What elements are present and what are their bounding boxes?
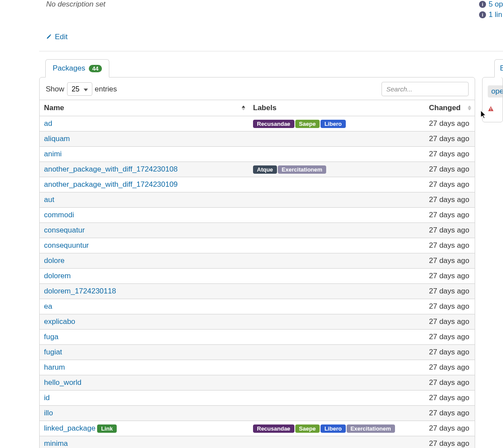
changed-value: 27 days ago — [425, 345, 475, 360]
package-link[interactable]: animi — [44, 150, 62, 158]
info-icon: i — [479, 1, 486, 8]
package-link[interactable]: dolorem_1724230118 — [44, 287, 116, 295]
sort-icon — [468, 106, 471, 111]
table-row: fugiat27 days ago — [40, 345, 475, 360]
package-link[interactable]: ad — [44, 119, 52, 128]
label-badge[interactable]: Recusandae — [253, 424, 294, 433]
entries-label: entries — [95, 85, 117, 94]
table-row: aut27 days ago — [40, 192, 475, 208]
package-link[interactable]: fuga — [44, 333, 58, 341]
package-link[interactable]: linked_package — [44, 424, 95, 432]
changed-value: 27 days ago — [425, 360, 475, 375]
entries-select[interactable]: 25 — [67, 82, 92, 96]
table-row: consequatur27 days ago — [40, 223, 475, 238]
table-row: explicabo27 days ago — [40, 314, 475, 330]
side-info-open[interactable]: i 5 op — [479, 0, 503, 9]
table-row: dolorem_172423011827 days ago — [40, 284, 475, 299]
table-row: another_package_with_diff_1724230108Atqu… — [40, 162, 475, 177]
table-row: adRecusandaeSaepeLibero27 days ago — [40, 116, 475, 131]
table-row: harum27 days ago — [40, 360, 475, 375]
column-labels[interactable]: Labels — [249, 100, 425, 116]
svg-rect-0 — [490, 108, 491, 109]
package-link[interactable]: another_package_with_diff_1724230109 — [44, 180, 178, 189]
changed-value: 27 days ago — [425, 330, 475, 345]
link-badge: Link — [97, 424, 117, 433]
column-name[interactable]: Name — [40, 100, 249, 116]
package-link[interactable]: commodi — [44, 211, 74, 219]
tab-packages-label: Packages — [53, 64, 85, 73]
show-label: Show — [46, 85, 64, 94]
edit-label: Edit — [55, 33, 68, 41]
package-link[interactable]: consequatur — [44, 226, 85, 234]
edit-icon — [46, 34, 52, 40]
table-row: minima27 days ago — [40, 436, 475, 448]
changed-value: 27 days ago — [425, 375, 475, 391]
changed-value: 27 days ago — [425, 436, 475, 448]
table-row: another_package_with_diff_172423010927 d… — [40, 177, 475, 192]
package-link[interactable]: harum — [44, 363, 65, 371]
column-changed[interactable]: Changed — [425, 100, 475, 116]
changed-value: 27 days ago — [425, 223, 475, 238]
changed-value: 27 days ago — [425, 147, 475, 162]
label-badge[interactable]: Libero — [321, 424, 346, 433]
tab-packages[interactable]: Packages 44 — [45, 59, 109, 77]
table-row: consequuntur27 days ago — [40, 238, 475, 253]
label-badge[interactable]: Recusandae — [253, 120, 294, 128]
tab-packages-count: 44 — [89, 65, 102, 72]
changed-value: 27 days ago — [425, 314, 475, 330]
label-badge[interactable]: Exercitationem — [347, 424, 395, 433]
changed-value: 27 days ago — [425, 284, 475, 299]
package-link[interactable]: explicabo — [44, 317, 75, 326]
package-link[interactable]: aut — [44, 195, 54, 204]
changed-value: 27 days ago — [425, 299, 475, 314]
package-link[interactable]: aliquam — [44, 135, 70, 143]
info-icon: i — [479, 11, 486, 18]
package-link[interactable]: hello_world — [44, 378, 81, 387]
table-row: animi27 days ago — [40, 147, 475, 162]
package-link[interactable]: dolore — [44, 256, 64, 265]
package-link[interactable]: dolorem — [44, 272, 71, 280]
edit-link[interactable]: Edit — [46, 33, 68, 41]
table-row: linked_packageLinkRecusandaeSaepeLiberoE… — [40, 421, 475, 436]
label-badge[interactable]: Exercitationem — [278, 165, 326, 174]
changed-value: 27 days ago — [425, 177, 475, 192]
changed-value: 27 days ago — [425, 269, 475, 284]
changed-value: 27 days ago — [425, 116, 475, 131]
changed-value: 27 days ago — [425, 391, 475, 406]
changed-value: 27 days ago — [425, 208, 475, 223]
changed-value: 27 days ago — [425, 162, 475, 177]
package-link[interactable]: fugiat — [44, 348, 62, 356]
table-row: fuga27 days ago — [40, 330, 475, 345]
table-row: ea27 days ago — [40, 299, 475, 314]
svg-rect-1 — [490, 110, 491, 111]
table-row: commodi27 days ago — [40, 208, 475, 223]
changed-value: 27 days ago — [425, 192, 475, 208]
table-row: aliquam27 days ago — [40, 131, 475, 147]
package-link[interactable]: ea — [44, 302, 52, 310]
search-input[interactable] — [381, 82, 469, 96]
package-link[interactable]: id — [44, 394, 50, 402]
table-row: id27 days ago — [40, 391, 475, 406]
side-info-link[interactable]: i 1 lin — [479, 10, 503, 19]
label-badge[interactable]: Libero — [321, 120, 346, 128]
label-badge[interactable]: Saepe — [295, 120, 320, 128]
label-badge[interactable]: Saepe — [295, 424, 320, 433]
changed-value: 27 days ago — [425, 421, 475, 436]
package-link[interactable]: minima — [44, 439, 68, 448]
project-description: No description set — [46, 0, 496, 9]
package-link[interactable]: consequuntur — [44, 241, 89, 249]
warning-icon — [488, 106, 494, 114]
package-link[interactable]: another_package_with_diff_1724230108 — [44, 165, 178, 173]
changed-value: 27 days ago — [425, 253, 475, 269]
tab-build[interactable]: Bu — [494, 59, 503, 77]
changed-value: 27 days ago — [425, 406, 475, 421]
sort-icon — [242, 106, 245, 111]
package-link[interactable]: illo — [44, 409, 53, 417]
changed-value: 27 days ago — [425, 238, 475, 253]
table-row: illo27 days ago — [40, 406, 475, 421]
right-panel-item[interactable]: ope — [488, 85, 503, 98]
table-row: dolorem27 days ago — [40, 269, 475, 284]
label-badge[interactable]: Atque — [253, 165, 277, 174]
table-row: dolore27 days ago — [40, 253, 475, 269]
table-row: hello_world27 days ago — [40, 375, 475, 391]
